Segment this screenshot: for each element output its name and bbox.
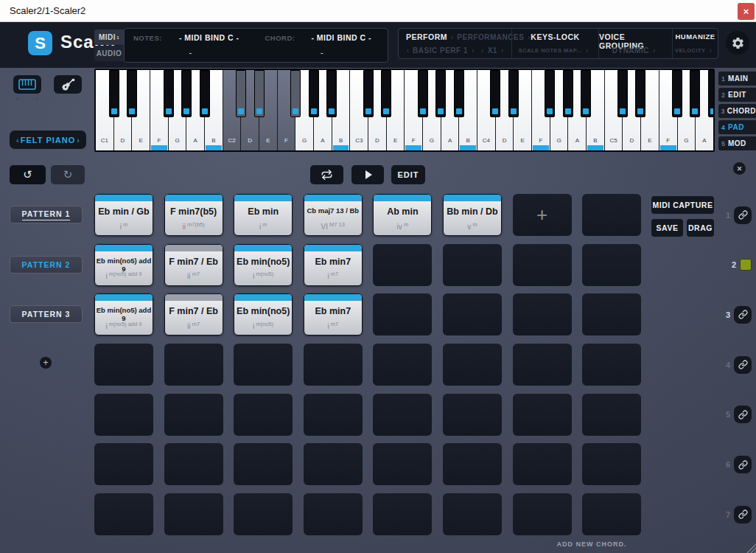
empty-pad[interactable]	[304, 493, 363, 535]
black-key[interactable]	[164, 70, 174, 117]
black-key[interactable]	[508, 70, 519, 117]
pattern-button-2[interactable]: PATTERN 2	[10, 256, 83, 274]
save-button[interactable]: SAVE	[651, 219, 683, 237]
chord-pad[interactable]: Eb min(no5) add 9i m(no5) add 9	[94, 293, 153, 335]
black-key[interactable]	[635, 70, 645, 117]
empty-pad[interactable]	[582, 394, 641, 436]
chord-pad[interactable]: Bb min / Dbv m	[443, 194, 502, 236]
chevron-right-icon[interactable]: ›	[77, 136, 80, 145]
perform-multiplier-value[interactable]: X1	[488, 46, 497, 55]
chevron-right-icon[interactable]: ›	[501, 46, 503, 55]
empty-pad[interactable]	[582, 244, 641, 286]
add-pattern-button[interactable]: +	[40, 357, 52, 369]
empty-pad[interactable]	[94, 344, 153, 386]
settings-button[interactable]	[726, 31, 749, 55]
chord-pad[interactable]: Cb maj7 13 / BbVI M7 13	[304, 194, 363, 236]
empty-pad[interactable]	[582, 194, 641, 236]
black-key[interactable]	[672, 70, 682, 117]
black-key[interactable]	[326, 70, 337, 117]
empty-pad[interactable]	[304, 394, 363, 436]
chord-pad[interactable]: Eb mini m	[234, 194, 293, 236]
instrument-selector[interactable]: ‹ FELT PIANO ›	[10, 131, 86, 149]
midi-capture-button[interactable]: MIDI CAPTURE	[651, 196, 714, 214]
row-link-button[interactable]	[734, 306, 752, 324]
empty-pad[interactable]	[373, 293, 432, 335]
chord-pad[interactable]: Eb min(no5)i m(no5)	[234, 244, 293, 286]
chord-pad[interactable]: Eb min / Gbi m	[94, 194, 153, 236]
chevron-right-icon[interactable]: ›	[36, 95, 38, 102]
chevron-left-icon[interactable]: ‹	[481, 46, 483, 55]
empty-pad[interactable]	[443, 443, 502, 485]
add-chord-pad[interactable]: +	[513, 194, 572, 236]
empty-pad[interactable]	[582, 293, 641, 335]
chord-bind-value[interactable]: - MIDI BIND C -	[295, 33, 388, 42]
empty-pad[interactable]	[94, 493, 153, 535]
empty-pad[interactable]	[443, 493, 502, 535]
keyboard-view-button[interactable]	[13, 75, 41, 94]
perform-preset-value[interactable]: BASIC PERF 1	[413, 46, 468, 55]
empty-pad[interactable]	[373, 244, 432, 286]
empty-pad[interactable]	[304, 443, 363, 485]
row-link-button[interactable]	[734, 356, 752, 374]
black-key[interactable]	[454, 70, 464, 117]
keys-lock-mode-value[interactable]: SCALE NOTES MAP...	[519, 47, 582, 54]
loop-button[interactable]	[310, 165, 343, 184]
drag-button[interactable]: DRAG	[687, 219, 714, 237]
empty-pad[interactable]	[234, 394, 293, 436]
empty-pad[interactable]	[443, 244, 502, 286]
black-key[interactable]	[435, 70, 446, 117]
row-link-button[interactable]	[734, 206, 752, 224]
audio-toggle[interactable]: AUDIO	[94, 46, 124, 61]
empty-pad[interactable]	[164, 493, 223, 535]
empty-pad[interactable]	[443, 344, 502, 386]
chevron-right-icon[interactable]: ›	[710, 46, 712, 55]
black-key[interactable]	[545, 70, 555, 117]
resize-handle-icon[interactable]	[743, 540, 756, 553]
voice-grouping-value[interactable]: DYNAMIC	[612, 46, 649, 55]
black-key[interactable]	[563, 70, 573, 117]
chevron-left-icon[interactable]: ‹	[16, 95, 18, 102]
chord-pad[interactable]: Eb min7i m7	[304, 244, 363, 286]
black-key[interactable]	[363, 70, 374, 117]
empty-pad[interactable]	[94, 443, 153, 485]
black-key[interactable]	[254, 70, 265, 117]
section-close-button[interactable]: ✕	[733, 162, 746, 175]
black-key[interactable]	[490, 70, 500, 117]
play-button[interactable]	[351, 165, 384, 184]
black-key[interactable]	[290, 70, 301, 117]
chevron-right-icon[interactable]: ›	[472, 46, 474, 55]
guitar-view-button[interactable]	[54, 75, 82, 94]
empty-pad[interactable]	[513, 493, 572, 535]
black-key[interactable]	[418, 70, 428, 117]
nav-item-pad[interactable]: 4PAD	[718, 120, 756, 134]
empty-pad[interactable]	[234, 443, 293, 485]
empty-pad[interactable]	[513, 293, 572, 335]
chevron-left-icon[interactable]: ‹	[451, 33, 453, 41]
empty-pad[interactable]	[513, 394, 572, 436]
empty-pad[interactable]	[373, 443, 432, 485]
chord-pad[interactable]: Ab miniv m	[373, 194, 432, 236]
pattern-button-1[interactable]: PATTERN 1	[10, 206, 83, 223]
chevron-left-icon[interactable]: ‹	[16, 136, 19, 145]
chord-pad[interactable]: Eb min7i m7	[304, 293, 363, 335]
empty-pad[interactable]	[513, 244, 572, 286]
chord-pad[interactable]: Eb min(no5)i m(no5)	[234, 293, 293, 335]
empty-pad[interactable]	[513, 443, 572, 485]
nav-item-edit[interactable]: 2EDIT	[718, 88, 756, 102]
chord-pad[interactable]: F min7 / Ebii m7	[164, 244, 223, 286]
row-link-button[interactable]	[734, 406, 752, 423]
black-key[interactable]	[708, 70, 713, 117]
empty-pad[interactable]	[373, 394, 432, 436]
empty-pad[interactable]	[164, 344, 223, 386]
empty-pad[interactable]	[373, 344, 432, 386]
notes-bind-value[interactable]: - MIDI BIND C -	[162, 33, 256, 42]
black-key[interactable]	[381, 70, 391, 117]
row-link-button[interactable]	[734, 506, 752, 524]
pattern-button-3[interactable]: PATTERN 3	[10, 305, 83, 323]
black-key[interactable]	[200, 70, 210, 117]
black-key[interactable]	[690, 70, 700, 117]
nav-item-main[interactable]: 1MAIN	[718, 72, 756, 86]
empty-pad[interactable]	[164, 443, 223, 485]
empty-pad[interactable]	[443, 394, 502, 436]
chevron-right-icon[interactable]: ›	[586, 46, 588, 55]
